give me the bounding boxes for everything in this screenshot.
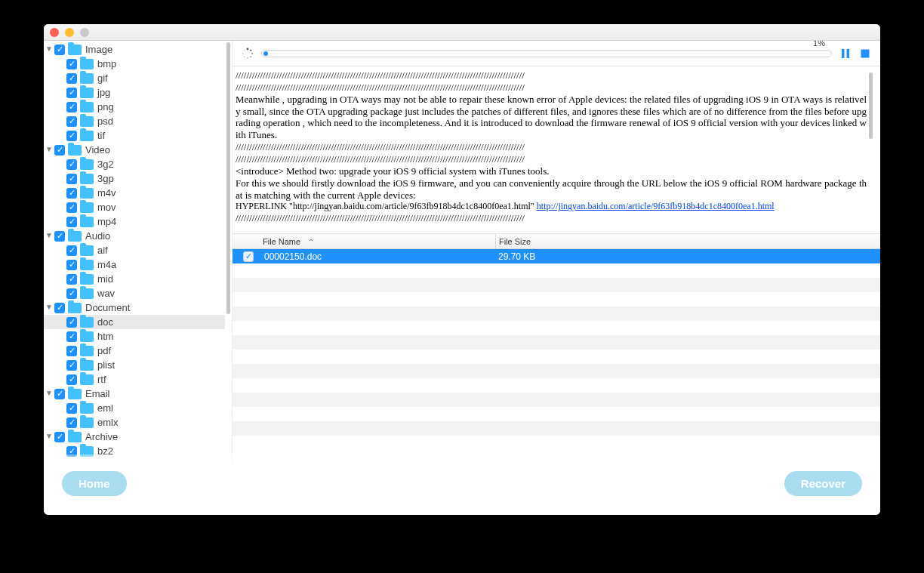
sidebar-item-gif[interactable]: gif bbox=[44, 71, 225, 85]
svg-point-6 bbox=[242, 53, 244, 54]
sidebar-group-archive[interactable]: ▼Archive bbox=[44, 430, 225, 444]
checkbox[interactable] bbox=[66, 217, 77, 227]
checkbox[interactable] bbox=[54, 45, 65, 55]
sidebar-item-mov[interactable]: mov bbox=[44, 200, 225, 214]
checkbox[interactable] bbox=[66, 403, 77, 414]
stop-button[interactable] bbox=[859, 48, 871, 60]
preview-divider: ////////////////////////////////////////… bbox=[236, 153, 867, 165]
preview-scrollbar-thumb[interactable] bbox=[869, 72, 873, 139]
sidebar-group-label: Archive bbox=[85, 431, 118, 442]
recover-button[interactable]: Recover bbox=[784, 471, 862, 496]
preview-divider: ////////////////////////////////////////… bbox=[236, 141, 867, 153]
sidebar-item-jpg[interactable]: jpg bbox=[44, 85, 225, 100]
sidebar-group-email[interactable]: ▼Email bbox=[44, 387, 225, 401]
hyperlink-prefix: HYPERLINK "http://jingyan.baidu.com/arti… bbox=[236, 201, 537, 211]
checkbox[interactable] bbox=[66, 274, 77, 285]
checkbox[interactable] bbox=[66, 116, 77, 127]
svg-rect-9 bbox=[847, 49, 850, 58]
file-list[interactable]: 00002150.doc29.70 KB bbox=[233, 249, 880, 462]
checkbox[interactable] bbox=[66, 73, 77, 84]
checkbox[interactable] bbox=[66, 202, 77, 213]
maximize-window-button[interactable] bbox=[80, 28, 89, 37]
sidebar[interactable]: ▼Imagebmpgifjpgpngpsdtif▼Video3g23gpm4vm… bbox=[44, 41, 225, 462]
sidebar-item-wav[interactable]: wav bbox=[44, 286, 225, 300]
pause-button[interactable] bbox=[839, 48, 852, 60]
column-file-size[interactable]: File Size bbox=[495, 234, 880, 248]
folder-icon bbox=[80, 73, 94, 84]
footer: Home Recover bbox=[44, 454, 880, 515]
folder-icon bbox=[80, 102, 94, 112]
sidebar-item-m4a[interactable]: m4a bbox=[44, 257, 225, 272]
sidebar-item-rtf[interactable]: rtf bbox=[44, 372, 225, 387]
minimize-window-button[interactable] bbox=[65, 28, 74, 37]
checkbox[interactable] bbox=[66, 417, 77, 428]
svg-rect-10 bbox=[861, 49, 870, 57]
folder-icon bbox=[80, 202, 94, 213]
sidebar-group-image[interactable]: ▼Image bbox=[44, 42, 225, 57]
preview-hyperlink[interactable]: http://jingyan.baidu.com/article/9f63fb9… bbox=[537, 201, 775, 211]
sidebar-scrollbar[interactable] bbox=[225, 41, 232, 462]
sidebar-item-m4v[interactable]: m4v bbox=[44, 186, 225, 200]
preview-link-line: HYPERLINK "http://jingyan.baidu.com/arti… bbox=[236, 201, 867, 212]
checkbox[interactable] bbox=[66, 59, 77, 69]
checkbox[interactable] bbox=[66, 260, 77, 270]
checkbox[interactable] bbox=[66, 331, 77, 342]
app-window: ▼Imagebmpgifjpgpngpsdtif▼Video3g23gpm4vm… bbox=[44, 24, 880, 515]
checkbox[interactable] bbox=[66, 317, 77, 328]
checkbox[interactable] bbox=[54, 145, 65, 156]
checkbox[interactable] bbox=[66, 360, 77, 371]
checkbox[interactable] bbox=[54, 389, 65, 399]
sidebar-item-png[interactable]: png bbox=[44, 100, 225, 114]
checkbox[interactable] bbox=[66, 245, 77, 256]
checkbox[interactable] bbox=[66, 374, 77, 385]
home-button[interactable]: Home bbox=[62, 471, 127, 496]
checkbox[interactable] bbox=[66, 288, 77, 299]
checkbox[interactable] bbox=[66, 102, 77, 112]
empty-row bbox=[233, 364, 880, 378]
sidebar-item-emlx[interactable]: emlx bbox=[44, 415, 225, 430]
sidebar-group-document[interactable]: ▼Document bbox=[44, 300, 225, 315]
checkbox[interactable] bbox=[66, 88, 77, 98]
disclosure-icon[interactable]: ▼ bbox=[45, 390, 53, 397]
checkbox[interactable] bbox=[66, 131, 77, 141]
checkbox[interactable] bbox=[66, 346, 77, 356]
sidebar-group-audio[interactable]: ▼Audio bbox=[44, 229, 225, 243]
file-row[interactable]: 00002150.doc29.70 KB bbox=[233, 249, 880, 263]
sidebar-item-psd[interactable]: psd bbox=[44, 114, 225, 128]
sidebar-scrollbar-thumb[interactable] bbox=[226, 42, 230, 314]
sidebar-item-aif[interactable]: aif bbox=[44, 243, 225, 257]
disclosure-icon[interactable]: ▼ bbox=[45, 45, 53, 53]
disclosure-icon[interactable]: ▼ bbox=[45, 146, 53, 153]
column-file-name[interactable]: File Name bbox=[263, 237, 495, 246]
checkbox[interactable] bbox=[54, 432, 65, 442]
folder-icon bbox=[80, 374, 94, 385]
sidebar-item-eml[interactable]: eml bbox=[44, 401, 225, 415]
checkbox[interactable] bbox=[243, 251, 254, 262]
sidebar-item-plist[interactable]: plist bbox=[44, 358, 225, 372]
checkbox[interactable] bbox=[66, 159, 77, 170]
disclosure-icon[interactable]: ▼ bbox=[45, 303, 53, 311]
disclosure-icon[interactable]: ▼ bbox=[45, 232, 53, 239]
preview-scrollbar[interactable] bbox=[867, 69, 874, 230]
checkbox[interactable] bbox=[54, 303, 65, 313]
sidebar-item-pdf[interactable]: pdf bbox=[44, 343, 225, 358]
close-window-button[interactable] bbox=[50, 28, 59, 37]
sidebar-item-mp4[interactable]: mp4 bbox=[44, 214, 225, 229]
disclosure-icon[interactable]: ▼ bbox=[45, 433, 53, 440]
sidebar-item-tif[interactable]: tif bbox=[44, 128, 225, 143]
sidebar-item-bmp[interactable]: bmp bbox=[44, 57, 225, 71]
sidebar-item-3g2[interactable]: 3g2 bbox=[44, 157, 225, 171]
sidebar-item-label: tif bbox=[97, 130, 105, 141]
svg-point-4 bbox=[247, 57, 248, 59]
preview-pane[interactable]: ////////////////////////////////////////… bbox=[233, 66, 880, 234]
checkbox[interactable] bbox=[66, 188, 77, 199]
checkbox[interactable] bbox=[54, 231, 65, 242]
sidebar-item-3gp[interactable]: 3gp bbox=[44, 171, 225, 186]
sidebar-group-video[interactable]: ▼Video bbox=[44, 143, 225, 157]
sidebar-item-doc[interactable]: doc bbox=[44, 315, 225, 329]
sidebar-group-label: Email bbox=[85, 388, 110, 399]
empty-row bbox=[233, 407, 880, 421]
sidebar-item-mid[interactable]: mid bbox=[44, 272, 225, 286]
checkbox[interactable] bbox=[66, 174, 77, 184]
sidebar-item-htm[interactable]: htm bbox=[44, 329, 225, 343]
